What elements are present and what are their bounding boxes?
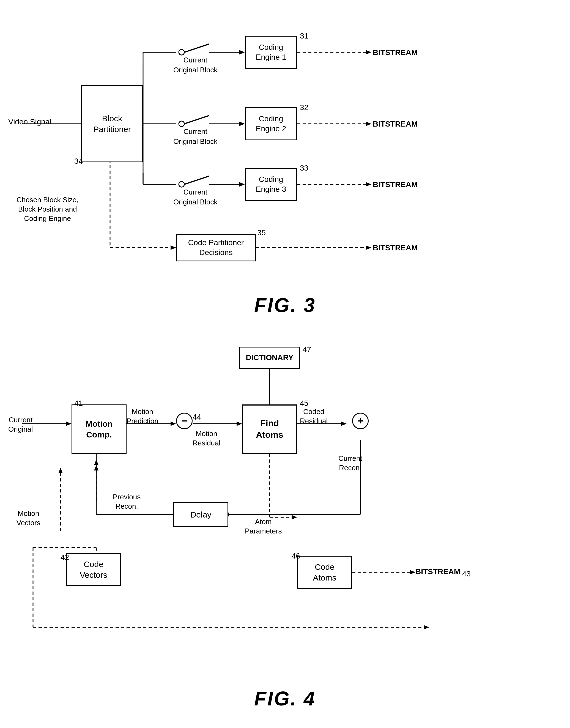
svg-marker-16 xyxy=(366,122,371,126)
ref-44: 44 xyxy=(193,413,201,422)
coding-engine-3-box: Coding Engine 3 xyxy=(245,168,297,201)
code-atoms-box: Code Atoms xyxy=(297,556,352,589)
current-original-label: Current Original xyxy=(8,416,33,434)
svg-point-24 xyxy=(179,49,184,55)
bitstream-label: BITSTREAM xyxy=(415,567,460,577)
ref-42: 42 xyxy=(60,553,69,562)
motion-residual-label: Motion Residual xyxy=(193,429,220,448)
motion-vectors-label: Motion Vectors xyxy=(16,509,40,528)
svg-marker-14 xyxy=(366,50,371,54)
ref-33: 33 xyxy=(300,164,308,173)
svg-marker-63 xyxy=(94,460,98,465)
plus-circle: + xyxy=(352,413,369,429)
svg-marker-43 xyxy=(94,465,98,470)
svg-line-29 xyxy=(184,176,209,184)
svg-marker-34 xyxy=(171,422,176,426)
code-partitioner-box: Code Partitioner Decisions xyxy=(176,234,256,261)
svg-marker-52 xyxy=(58,468,63,473)
ref-35: 35 xyxy=(257,228,266,237)
delay-box: Delay xyxy=(173,502,228,527)
fig4-arrows xyxy=(0,338,570,718)
svg-marker-38 xyxy=(341,422,347,426)
svg-line-25 xyxy=(184,44,209,52)
current-original-block-3-label: Current Original Block xyxy=(173,187,217,207)
svg-marker-36 xyxy=(237,422,242,426)
ref-46: 46 xyxy=(292,552,300,560)
chosen-block-label: Chosen Block Size, Block Position and Co… xyxy=(16,195,78,223)
coding-engine-1-box: Coding Engine 1 xyxy=(245,36,297,69)
bitstream-4-label: BITSTREAM xyxy=(373,243,417,253)
ref-32: 32 xyxy=(300,103,308,112)
video-signal-label: Video Signal xyxy=(8,117,51,127)
svg-marker-21 xyxy=(171,245,176,250)
svg-marker-50 xyxy=(423,625,429,630)
svg-marker-5 xyxy=(239,50,245,54)
svg-marker-45 xyxy=(410,570,415,574)
svg-marker-8 xyxy=(239,122,245,126)
atom-parameters-label: Atom Parameters xyxy=(245,517,282,536)
ref-34: 34 xyxy=(74,157,83,166)
fig3-title: FIG. 3 xyxy=(254,294,316,316)
svg-marker-23 xyxy=(366,245,371,250)
svg-point-26 xyxy=(179,121,184,127)
coding-engine-2-box: Coding Engine 2 xyxy=(245,107,297,140)
current-original-block-2-label: Current Original Block xyxy=(173,127,217,147)
ref-43: 43 xyxy=(462,569,471,578)
code-vectors-box: Code Vectors xyxy=(66,553,121,586)
svg-point-28 xyxy=(179,182,184,187)
fig4-title: FIG. 4 xyxy=(254,687,316,710)
motion-prediction-label: Motion Prediction xyxy=(126,407,159,426)
motion-comp-box: Motion Comp. xyxy=(71,405,126,454)
svg-marker-18 xyxy=(366,182,371,187)
bitstream-3-label: BITSTREAM xyxy=(373,180,417,190)
svg-marker-55 xyxy=(292,515,297,519)
block-partitioner-box: Block Partitioner xyxy=(81,85,143,162)
svg-marker-12 xyxy=(239,182,245,187)
coded-residual-label: Coded Residual xyxy=(300,407,328,426)
dictionary-box: DICTIONARY xyxy=(239,347,300,369)
diagram-container: Block Partitioner Coding Engine 1 Coding… xyxy=(0,0,570,728)
previous-recon-label: Previous Recon. xyxy=(113,492,140,511)
svg-marker-32 xyxy=(66,422,71,426)
bitstream-1-label: BITSTREAM xyxy=(373,48,417,57)
ref-31: 31 xyxy=(300,32,308,40)
ref-45: 45 xyxy=(300,399,308,408)
find-atoms-box: Find Atoms xyxy=(242,405,297,454)
ref-47: 47 xyxy=(303,345,311,354)
current-recon-label: Current Recon. xyxy=(338,454,362,473)
current-original-block-1-label: Current Original Block xyxy=(173,55,217,75)
fig3-area: Block Partitioner Coding Engine 1 Coding… xyxy=(0,8,570,325)
subtract-circle: − xyxy=(176,413,193,429)
bitstream-2-label: BITSTREAM xyxy=(373,119,417,129)
svg-line-27 xyxy=(184,115,209,124)
fig4-area: Motion Comp. Find Atoms DICTIONARY Code … xyxy=(0,338,570,718)
ref-41: 41 xyxy=(74,399,83,408)
